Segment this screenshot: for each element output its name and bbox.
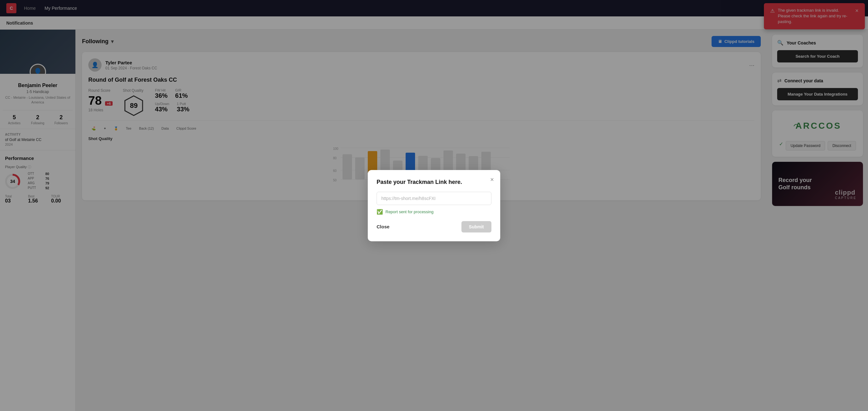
modal-close-x-button[interactable]: × xyxy=(490,176,494,183)
trackman-link-input[interactable] xyxy=(377,192,491,205)
success-text: Report sent for processing xyxy=(385,210,433,214)
modal-overlay: Paste your Trackman Link here. × ✅ Repor… xyxy=(0,0,868,411)
modal-title: Paste your Trackman Link here. xyxy=(377,179,491,186)
modal-actions: Close Submit xyxy=(377,221,491,232)
success-checkmark-icon: ✅ xyxy=(377,209,383,215)
trackman-modal: Paste your Trackman Link here. × ✅ Repor… xyxy=(368,170,500,241)
modal-success-message: ✅ Report sent for processing xyxy=(377,209,491,215)
modal-close-button[interactable]: Close xyxy=(377,224,390,229)
modal-submit-button[interactable]: Submit xyxy=(461,221,491,232)
